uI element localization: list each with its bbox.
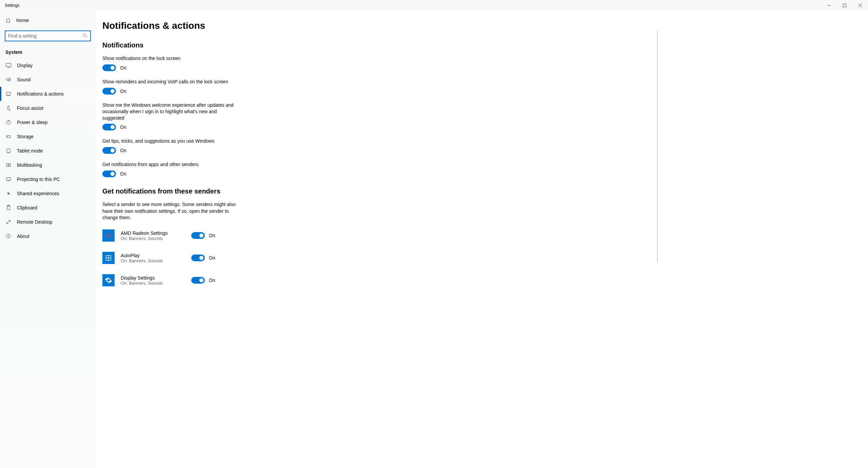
multitask-icon [5, 162, 12, 168]
sidebar-item-multitasking[interactable]: Multitasking [0, 158, 96, 172]
sidebar-item-label: Sound [17, 77, 31, 82]
sender-amd-radeon[interactable]: AMD Radeon Settings On: Banners, Sounds … [102, 229, 868, 242]
sound-icon [5, 77, 12, 82]
sidebar-item-label: Notifications & actions [17, 91, 64, 97]
project-icon [5, 177, 12, 182]
toggle-switch[interactable] [102, 170, 116, 177]
sender-text: AMD Radeon Settings On: Banners, Sounds [121, 230, 185, 241]
sidebar-item-notifications[interactable]: Notifications & actions [0, 87, 96, 101]
sidebar-item-power-sleep[interactable]: Power & sleep [0, 115, 96, 129]
svg-rect-16 [9, 164, 11, 166]
sender-sub: On: Banners, Sounds [121, 236, 185, 241]
svg-line-5 [86, 36, 87, 38]
window-title: Settings [5, 3, 19, 8]
svg-point-23 [8, 235, 9, 236]
svg-point-4 [83, 34, 86, 37]
sidebar-item-storage[interactable]: Storage [0, 129, 96, 144]
toggle-switch[interactable] [102, 64, 116, 71]
sidebar-item-about[interactable]: About [0, 229, 96, 243]
info-icon [5, 233, 12, 239]
power-icon [5, 120, 12, 125]
section-senders-title: Get notifications from these senders [102, 187, 868, 195]
remote-icon [5, 219, 12, 225]
search-input[interactable] [8, 33, 83, 39]
home-nav[interactable]: Home [0, 14, 96, 27]
sender-toggle-switch[interactable] [191, 232, 205, 239]
toggle-switch[interactable] [102, 147, 116, 154]
sidebar-item-label: Remote Desktop [17, 219, 52, 225]
toggle-switch[interactable] [102, 124, 116, 130]
sidebar-item-shared-experiences[interactable]: Shared experiences [0, 186, 96, 201]
home-icon [5, 18, 11, 23]
sidebar-item-label: Projecting to this PC [17, 177, 60, 182]
sidebar-item-clipboard[interactable]: Clipboard [0, 201, 96, 215]
sender-toggle-switch[interactable] [191, 255, 205, 261]
senders-description: Select a sender to see more settings. So… [102, 201, 238, 221]
sender-text: Display Settings On: Banners, Sounds [121, 275, 185, 286]
sidebar-item-label: Multitasking [17, 162, 42, 168]
notifications-icon [5, 91, 12, 97]
sidebar-item-label: Display [17, 63, 33, 68]
toggle-switch[interactable] [102, 88, 116, 95]
amd-icon [102, 229, 115, 242]
toggle-state: On [120, 171, 126, 177]
search-icon [83, 33, 87, 39]
tablet-icon [5, 148, 12, 154]
sender-toggle-state: On [209, 255, 215, 261]
home-label: Home [16, 18, 29, 23]
sidebar-item-label: Storage [17, 134, 34, 139]
toggle-state: On [120, 88, 126, 94]
autoplay-icon [102, 252, 115, 264]
sidebar-item-display[interactable]: Display [0, 58, 96, 73]
section-notifications-title: Notifications [102, 41, 868, 49]
toggle-label: Get notifications from apps and other se… [102, 161, 238, 168]
sender-name: Display Settings [121, 275, 185, 281]
svg-rect-1 [843, 4, 846, 7]
sidebar-item-label: Shared experiences [17, 191, 59, 196]
toggle-label: Show notifications on the lock screen [102, 55, 238, 62]
window-controls [821, 0, 868, 11]
sender-autoplay[interactable]: AutoPlay On: Banners, Sounds On [102, 252, 868, 264]
titlebar: Settings [0, 0, 868, 11]
sidebar: Home System Display Sound Notifications … [0, 11, 96, 468]
page-title: Notifications & actions [102, 20, 868, 31]
toggle-state: On [120, 124, 126, 130]
toggle-tips: Get tips, tricks, and suggestions as you… [102, 138, 238, 154]
gear-icon [102, 274, 115, 286]
minimize-button[interactable] [821, 0, 837, 11]
sender-toggle-state: On [209, 278, 215, 283]
sender-display-settings[interactable]: Display Settings On: Banners, Sounds On [102, 274, 868, 286]
scrollbar[interactable] [657, 31, 658, 262]
sidebar-item-projecting[interactable]: Projecting to this PC [0, 172, 96, 186]
search-box[interactable] [5, 30, 91, 41]
search-container [0, 30, 96, 45]
maximize-button[interactable] [837, 0, 852, 11]
toggle-state: On [120, 148, 126, 153]
toggle-app-notifications: Get notifications from apps and other se… [102, 161, 238, 177]
svg-rect-19 [7, 206, 10, 210]
svg-rect-11 [6, 136, 11, 138]
sidebar-item-tablet-mode[interactable]: Tablet mode [0, 144, 96, 158]
storage-icon [5, 134, 12, 139]
toggle-label: Show me the Windows welcome experience a… [102, 102, 238, 121]
svg-point-12 [7, 137, 8, 137]
sidebar-item-remote-desktop[interactable]: Remote Desktop [0, 215, 96, 229]
moon-icon [5, 105, 12, 111]
sidebar-item-focus-assist[interactable]: Focus assist [0, 101, 96, 115]
toggle-state: On [120, 65, 126, 70]
sender-name: AutoPlay [121, 253, 185, 258]
sidebar-category: System [0, 45, 96, 58]
share-icon [5, 191, 12, 196]
svg-rect-6 [6, 63, 11, 67]
sender-toggle-switch[interactable] [191, 277, 205, 284]
toggle-welcome-experience: Show me the Windows welcome experience a… [102, 102, 238, 131]
close-button[interactable] [852, 0, 868, 11]
sidebar-item-sound[interactable]: Sound [0, 73, 96, 87]
sidebar-item-label: Focus assist [17, 105, 43, 111]
sender-name: AMD Radeon Settings [121, 230, 185, 236]
toggle-lockscreen-notifications: Show notifications on the lock screen On [102, 55, 238, 71]
toggle-label: Show reminders and incoming VoIP calls o… [102, 79, 238, 85]
sender-sub: On: Banners, Sounds [121, 258, 185, 263]
toggle-label: Get tips, tricks, and suggestions as you… [102, 138, 238, 144]
svg-rect-17 [6, 178, 11, 180]
